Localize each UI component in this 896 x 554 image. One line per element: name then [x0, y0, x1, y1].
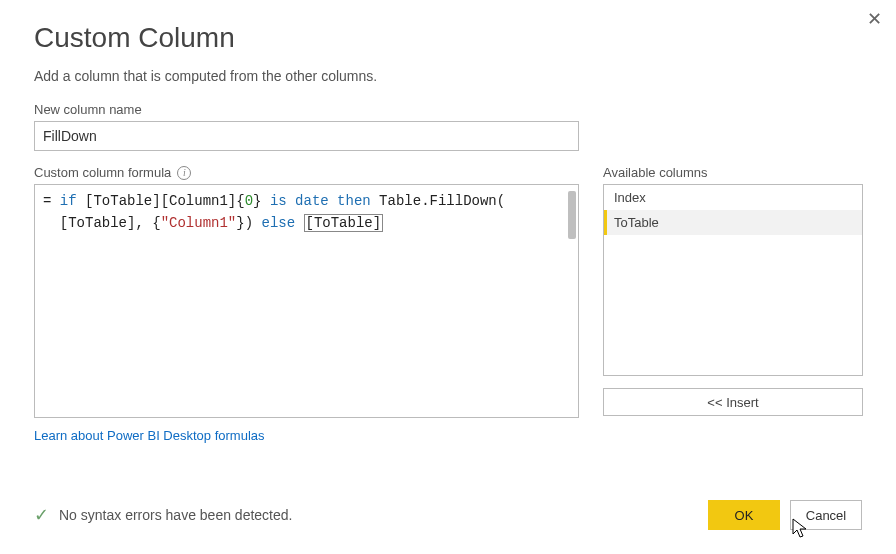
- info-icon[interactable]: i: [177, 166, 191, 180]
- formula-label-text: Custom column formula: [34, 165, 171, 180]
- formula-label: Custom column formula i: [34, 165, 579, 180]
- new-column-name-input[interactable]: [34, 121, 579, 151]
- insert-button[interactable]: << Insert: [603, 388, 863, 416]
- available-columns-label-text: Available columns: [603, 165, 708, 180]
- tok-expr2: Table.FillDown(: [371, 193, 505, 209]
- tok-totable: [ToTable]: [304, 214, 384, 232]
- tok-sp2: [329, 193, 337, 209]
- available-columns-label: Available columns: [603, 165, 863, 180]
- tok-eq: =: [43, 193, 60, 209]
- tok-zero: 0: [245, 193, 253, 209]
- scrollbar-thumb[interactable]: [568, 191, 576, 239]
- tok-line2a: [ToTable], {: [60, 215, 161, 231]
- formula-editor[interactable]: = if [ToTable][Column1]{0} is date then …: [34, 184, 579, 418]
- tok-if: if: [60, 193, 77, 209]
- tok-sp1: [287, 193, 295, 209]
- status-message: No syntax errors have been detected.: [59, 507, 292, 523]
- learn-formulas-link[interactable]: Learn about Power BI Desktop formulas: [34, 428, 265, 443]
- tok-then: then: [337, 193, 371, 209]
- list-item[interactable]: Index: [604, 185, 862, 210]
- tok-str: "Column1": [161, 215, 237, 231]
- new-column-name-label: New column name: [34, 102, 862, 117]
- close-icon[interactable]: ✕: [867, 8, 882, 30]
- new-column-name-label-text: New column name: [34, 102, 142, 117]
- check-icon: ✓: [34, 504, 49, 526]
- ok-button[interactable]: OK: [708, 500, 780, 530]
- dialog-subtitle: Add a column that is computed from the o…: [34, 68, 862, 84]
- tok-is: is: [270, 193, 287, 209]
- tok-else: else: [261, 215, 295, 231]
- status-bar: ✓ No syntax errors have been detected.: [34, 504, 292, 526]
- cancel-button[interactable]: Cancel: [790, 500, 862, 530]
- tok-expr1b: }: [253, 193, 270, 209]
- dialog-title: Custom Column: [34, 22, 862, 54]
- available-columns-list[interactable]: Index ToTable: [603, 184, 863, 376]
- tok-expr1a: [ToTable][Column1]{: [77, 193, 245, 209]
- tok-date: date: [295, 193, 329, 209]
- tok-sp3: [295, 215, 303, 231]
- list-item[interactable]: ToTable: [604, 210, 862, 235]
- tok-line2b: }): [236, 215, 261, 231]
